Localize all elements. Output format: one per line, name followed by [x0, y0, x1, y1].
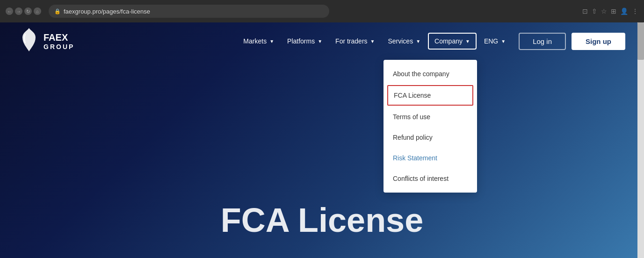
language-caret: ▼	[501, 39, 506, 44]
nav-language[interactable]: ENG ▼	[478, 34, 511, 49]
share-icon[interactable]: ⇧	[592, 7, 597, 15]
logo-icon	[19, 27, 40, 56]
company-dropdown: About the company FCA License Terms of u…	[384, 60, 477, 193]
refresh-button[interactable]: ↻	[24, 7, 32, 15]
dropdown-fca-license[interactable]: FCA License	[387, 85, 473, 106]
platforms-caret: ▼	[318, 39, 322, 44]
lock-icon: 🔒	[54, 8, 61, 14]
back-button[interactable]: ←	[6, 7, 13, 15]
extensions-icon[interactable]: ⊞	[611, 7, 616, 15]
url-text: faexgroup.pro/pages/fca-license	[64, 8, 150, 15]
bookmark-icon[interactable]: ☆	[601, 7, 607, 15]
dropdown-conflicts[interactable]: Conflicts of interest	[384, 168, 477, 189]
logo[interactable]: FAEX GROUP	[19, 27, 74, 56]
dropdown-risk[interactable]: Risk Statement	[384, 148, 477, 168]
menu-icon[interactable]: ⋮	[632, 7, 638, 15]
home-button[interactable]: ⌂	[34, 7, 41, 15]
nav-company[interactable]: Company ▼	[428, 33, 477, 50]
navbar: FAEX GROUP Markets ▼ Platforms ▼ For tra…	[0, 22, 644, 60]
signup-button[interactable]: Sign up	[572, 33, 625, 50]
for-traders-caret: ▼	[370, 39, 375, 44]
dropdown-terms[interactable]: Terms of use	[384, 107, 477, 127]
address-bar[interactable]: 🔒 faexgroup.pro/pages/fca-license	[49, 5, 329, 18]
nav-buttons: Log in Sign up	[519, 33, 625, 50]
cast-icon[interactable]: ⊡	[582, 7, 588, 15]
login-button[interactable]: Log in	[519, 33, 566, 50]
profile-icon[interactable]: 👤	[620, 7, 628, 15]
hero-title: FCA License	[0, 201, 644, 239]
nav-for-traders[interactable]: For traders ▼	[330, 34, 380, 49]
services-caret: ▼	[416, 39, 420, 44]
nav-services[interactable]: Services ▼	[382, 34, 426, 49]
nav-markets[interactable]: Markets ▼	[238, 34, 280, 49]
forward-button[interactable]: →	[15, 7, 22, 15]
browser-chrome: ← → ↻ ⌂ 🔒 faexgroup.pro/pages/fca-licens…	[0, 0, 644, 22]
dropdown-refund[interactable]: Refund policy	[384, 127, 477, 148]
company-caret: ▼	[465, 39, 470, 44]
nav-platforms[interactable]: Platforms ▼	[282, 34, 328, 49]
markets-caret: ▼	[269, 39, 274, 44]
hero-content: FCA License	[0, 201, 644, 239]
page-wrapper: FAEX GROUP Markets ▼ Platforms ▼ For tra…	[0, 22, 644, 258]
nav-links: Markets ▼ Platforms ▼ For traders ▼ Serv…	[238, 33, 511, 50]
logo-text: FAEX GROUP	[43, 32, 74, 51]
dropdown-about[interactable]: About the company	[384, 64, 477, 84]
